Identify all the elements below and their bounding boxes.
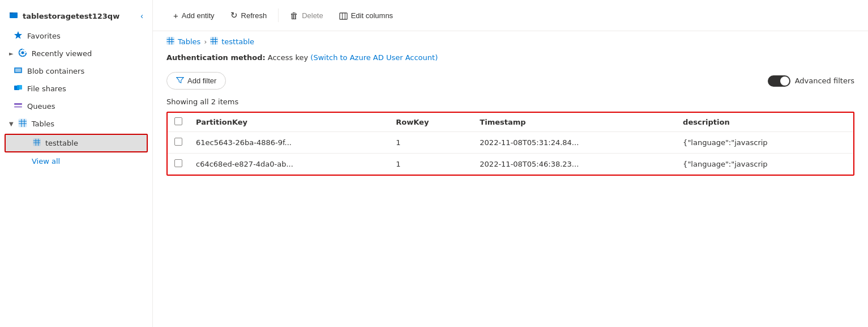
auth-label: Authentication method: xyxy=(166,53,266,62)
sidebar-item-favorites[interactable]: Favorites xyxy=(0,27,152,45)
data-table: PartitionKey RowKey Timestamp descriptio… xyxy=(168,113,853,175)
sidebar-title-row: tablestoragetest123qw xyxy=(9,10,119,22)
sidebar-collapse-button[interactable]: ‹ xyxy=(138,9,146,23)
row2-description: {"language":"javascrip xyxy=(676,154,853,175)
delete-icon: 🗑 xyxy=(290,11,298,20)
edit-columns-label: Edit columns xyxy=(351,11,393,20)
row1-row-key: 1 xyxy=(389,132,473,154)
arrow-down-icon: ▼ xyxy=(9,121,14,127)
advanced-filters-row: Advanced filters xyxy=(768,75,854,87)
breadcrumb: Tables › testtable xyxy=(153,31,868,50)
row1-checkbox[interactable] xyxy=(174,138,182,146)
select-all-checkbox[interactable] xyxy=(174,117,182,125)
view-all-link[interactable]: View all xyxy=(0,154,152,169)
advanced-filters-label: Advanced filters xyxy=(795,77,854,85)
sidebar: tablestoragetest123qw ‹ Favorites ► Rece… xyxy=(0,0,153,327)
showing-items-text: Showing all 2 items xyxy=(153,94,868,109)
refresh-button[interactable]: ↻ Refresh xyxy=(224,7,274,24)
testtable-icon xyxy=(33,138,41,148)
table-row[interactable]: 61ec5643-26ba-4886-9f... 1 2022-11-08T05… xyxy=(168,132,853,154)
filter-row: Add filter Advanced filters xyxy=(153,67,868,94)
columns-icon xyxy=(339,10,348,20)
sidebar-item-tables[interactable]: ▼ Tables xyxy=(0,115,152,133)
col-header-timestamp: Timestamp xyxy=(473,113,676,132)
row1-timestamp: 2022-11-08T05:31:24.84... xyxy=(473,132,676,154)
testtable-breadcrumb-icon xyxy=(210,37,218,46)
svg-marker-1 xyxy=(14,31,22,39)
sidebar-item-tables-label: Tables xyxy=(32,120,54,128)
add-entity-button[interactable]: + Add entity xyxy=(166,7,221,24)
sidebar-storage-account-title: tablestoragetest123qw xyxy=(23,12,119,20)
sidebar-item-recently-viewed[interactable]: ► Recently viewed xyxy=(0,45,152,62)
edit-columns-button[interactable]: Edit columns xyxy=(332,7,400,24)
row2-row-key: 1 xyxy=(389,154,473,175)
tables-icon xyxy=(18,118,27,129)
refresh-label: Refresh xyxy=(241,11,267,20)
row1-checkbox-cell xyxy=(168,132,189,154)
row1-description: {"language":"javascrip xyxy=(676,132,853,154)
breadcrumb-current-table: testtable xyxy=(221,37,254,46)
add-entity-label: Add entity xyxy=(182,11,215,20)
fileshare-icon xyxy=(14,83,23,94)
sidebar-item-queues-label: Queues xyxy=(27,102,55,111)
data-table-wrapper: PartitionKey RowKey Timestamp descriptio… xyxy=(166,112,854,176)
toggle-knob xyxy=(780,77,789,86)
toolbar-separator xyxy=(278,9,279,22)
plus-icon: + xyxy=(173,11,178,20)
tables-breadcrumb-icon xyxy=(166,37,174,46)
breadcrumb-separator: › xyxy=(204,38,207,46)
sidebar-item-favorites-label: Favorites xyxy=(27,32,61,40)
sidebar-item-file-shares[interactable]: File shares xyxy=(0,80,152,97)
star-icon xyxy=(14,31,23,41)
add-filter-button[interactable]: Add filter xyxy=(166,72,226,90)
svg-rect-8 xyxy=(14,106,22,108)
delete-button[interactable]: 🗑 Delete xyxy=(283,7,330,24)
table-body: 61ec5643-26ba-4886-9f... 1 2022-11-08T05… xyxy=(168,132,853,175)
row1-partition-key: 61ec5643-26ba-4886-9f... xyxy=(189,132,389,154)
delete-label: Delete xyxy=(302,11,323,20)
sidebar-item-file-shares-label: File shares xyxy=(27,84,66,93)
row2-partition-key: c64c68ed-e827-4da0-ab... xyxy=(189,154,389,175)
gear-icon xyxy=(18,48,27,59)
refresh-icon: ↻ xyxy=(230,10,238,20)
header-checkbox-cell xyxy=(168,113,189,132)
svg-rect-6 xyxy=(17,85,22,90)
toolbar: + Add entity ↻ Refresh 🗑 Delete Edit col… xyxy=(153,0,868,31)
sidebar-item-recently-viewed-label: Recently viewed xyxy=(32,49,92,58)
sidebar-item-queues[interactable]: Queues xyxy=(0,97,152,115)
sidebar-item-blob-label: Blob containers xyxy=(27,67,84,75)
svg-rect-7 xyxy=(14,103,22,105)
row2-checkbox-cell xyxy=(168,154,189,175)
filter-icon xyxy=(176,76,184,86)
svg-rect-4 xyxy=(15,69,21,72)
col-header-row-key: RowKey xyxy=(389,113,473,132)
folder-icon xyxy=(9,10,18,22)
svg-rect-9 xyxy=(19,119,27,127)
arrow-right-icon: ► xyxy=(9,50,14,57)
svg-point-2 xyxy=(21,52,24,54)
blob-icon xyxy=(14,66,23,77)
queue-icon xyxy=(14,101,23,112)
row2-checkbox[interactable] xyxy=(174,159,182,167)
row2-timestamp: 2022-11-08T05:46:38.23... xyxy=(473,154,676,175)
sidebar-item-testtable[interactable]: testtable xyxy=(5,134,148,152)
col-header-partition-key: PartitionKey xyxy=(189,113,389,132)
sidebar-item-blob-containers[interactable]: Blob containers xyxy=(0,62,152,80)
svg-rect-14 xyxy=(33,139,40,146)
table-header: PartitionKey RowKey Timestamp descriptio… xyxy=(168,113,853,132)
main-content: + Add entity ↻ Refresh 🗑 Delete Edit col… xyxy=(153,0,868,327)
auth-row: Authentication method: Access key (Switc… xyxy=(153,50,868,67)
breadcrumb-tables-link[interactable]: Tables xyxy=(178,37,200,46)
sidebar-header: tablestoragetest123qw ‹ xyxy=(0,5,152,27)
svg-rect-27 xyxy=(211,37,218,45)
table-row[interactable]: c64c68ed-e827-4da0-ab... 1 2022-11-08T05… xyxy=(168,154,853,175)
add-filter-label: Add filter xyxy=(187,77,216,85)
auth-switch-link[interactable]: (Switch to Azure AD User Account) xyxy=(310,53,438,62)
svg-rect-22 xyxy=(167,37,174,45)
svg-rect-19 xyxy=(340,13,347,19)
sidebar-testtable-label: testtable xyxy=(45,139,78,147)
advanced-filters-toggle[interactable] xyxy=(768,75,790,87)
col-header-description: description xyxy=(676,113,853,132)
